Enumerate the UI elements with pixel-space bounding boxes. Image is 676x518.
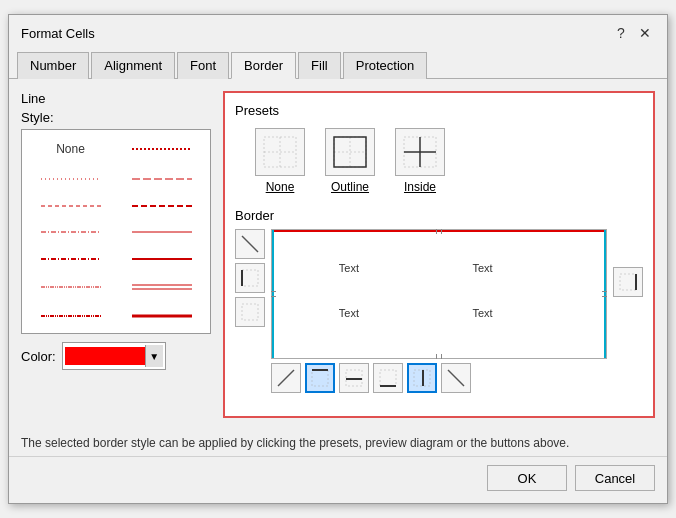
left-mid-tick (271, 291, 276, 297)
top-tick (436, 229, 442, 234)
preset-outline[interactable]: Outline (325, 128, 375, 194)
svg-rect-27 (242, 304, 258, 320)
style-dotted[interactable] (26, 167, 115, 192)
border-btn-top[interactable] (305, 363, 335, 393)
diagonal-up-icon (276, 368, 296, 388)
preview-text-2: Text (472, 262, 492, 274)
style-dash-long[interactable] (117, 167, 206, 192)
style-dash-dot-dot[interactable] (117, 134, 206, 165)
line-style-icon (132, 255, 192, 263)
main-content: Line Style: None (9, 79, 667, 430)
color-swatch (65, 347, 145, 365)
preview-text-4: Text (472, 307, 492, 319)
cancel-button[interactable]: Cancel (575, 465, 655, 491)
close-button[interactable]: ✕ (635, 23, 655, 43)
preview-text-3: Text (339, 307, 359, 319)
no-border-icon (240, 302, 260, 322)
horizontal-border-icon (344, 368, 364, 388)
line-style-icon (41, 228, 101, 236)
style-medium-solid[interactable] (117, 247, 206, 272)
tab-alignment[interactable]: Alignment (91, 52, 175, 79)
border-btn-horizontal[interactable] (339, 363, 369, 393)
border-section-label: Border (235, 208, 643, 223)
presets-section: Presets None (235, 103, 643, 198)
tab-bar: Number Alignment Font Border Fill Protec… (9, 51, 667, 79)
border-buttons-left (235, 229, 265, 327)
title-bar: Format Cells ? ✕ (9, 15, 667, 49)
diagonal-down-icon (240, 234, 260, 254)
line-style-icon (132, 145, 192, 153)
right-border-icon (618, 272, 638, 292)
style-none[interactable]: None (26, 134, 115, 165)
line-style-icon (132, 175, 192, 183)
preset-inside-label: Inside (404, 180, 436, 194)
tab-fill[interactable]: Fill (298, 52, 341, 79)
dialog-title: Format Cells (21, 26, 95, 41)
preset-inside-svg (400, 133, 440, 171)
preset-outline-icon (325, 128, 375, 176)
border-buttons-right (613, 229, 643, 297)
line-style-icon (41, 202, 101, 210)
color-picker[interactable]: ▼ (62, 342, 166, 370)
line-style-icon (132, 311, 192, 321)
line-section-label: Line (21, 91, 211, 106)
preset-inside[interactable]: Inside (395, 128, 445, 194)
style-dash-dot[interactable] (26, 220, 115, 245)
style-solid-thin[interactable] (117, 220, 206, 245)
tab-font[interactable]: Font (177, 52, 229, 79)
preset-inside-icon (395, 128, 445, 176)
hint-text: The selected border style can be applied… (9, 430, 667, 456)
help-button[interactable]: ? (611, 23, 631, 43)
border-btn-diagonal-down[interactable] (235, 229, 265, 259)
style-label: Style: (21, 110, 211, 125)
line-style-icon (132, 202, 192, 210)
right-panel: Presets None (223, 91, 655, 418)
presets-label: Presets (235, 103, 643, 118)
border-preview[interactable]: Text Text Text Text (271, 229, 607, 359)
border-btn-diagonal2[interactable] (441, 363, 471, 393)
preset-none-label: None (266, 180, 295, 194)
style-dash-dot-dot2[interactable] (26, 274, 115, 301)
border-btn-bottom[interactable] (373, 363, 403, 393)
line-style-icon (41, 283, 101, 291)
border-btn-none2[interactable] (235, 297, 265, 327)
preset-none-icon (255, 128, 305, 176)
preset-outline-label: Outline (331, 180, 369, 194)
svg-rect-28 (620, 274, 636, 290)
style-medium-dashed[interactable] (117, 193, 206, 218)
style-thick-solid[interactable] (117, 302, 206, 329)
svg-line-39 (448, 370, 464, 386)
color-row: Color: ▼ (21, 342, 211, 370)
format-cells-dialog: Format Cells ? ✕ Number Alignment Font B… (8, 14, 668, 504)
tab-protection[interactable]: Protection (343, 52, 428, 79)
border-btn-left[interactable] (235, 263, 265, 293)
line-style-icon (41, 175, 101, 183)
border-buttons-bottom (235, 363, 643, 393)
svg-rect-31 (312, 370, 328, 386)
border-btn-vertical[interactable] (407, 363, 437, 393)
color-label: Color: (21, 349, 56, 364)
right-mid-tick (602, 291, 607, 297)
line-style-icon (132, 228, 192, 236)
line-style-icon (41, 255, 101, 263)
border-btn-right[interactable] (613, 267, 643, 297)
preset-none[interactable]: None (255, 128, 305, 194)
line-style-icon (132, 282, 192, 292)
tab-number[interactable]: Number (17, 52, 89, 79)
left-border-icon (240, 268, 260, 288)
left-panel: Line Style: None (21, 91, 211, 418)
tab-border[interactable]: Border (231, 52, 296, 79)
style-thick-dash-dot[interactable] (26, 302, 115, 329)
style-double[interactable] (117, 274, 206, 301)
preview-text-1: Text (339, 262, 359, 274)
preset-buttons: None Outline (235, 124, 643, 198)
ok-button[interactable]: OK (487, 465, 567, 491)
preset-none-svg (260, 133, 300, 171)
bottom-tick (436, 354, 442, 359)
svg-line-24 (242, 236, 258, 252)
footer: OK Cancel (9, 456, 667, 503)
style-medium-dash-dot[interactable] (26, 247, 115, 272)
border-btn-diagonal-up[interactable] (271, 363, 301, 393)
color-dropdown-arrow[interactable]: ▼ (145, 345, 163, 367)
style-dashed[interactable] (26, 193, 115, 218)
